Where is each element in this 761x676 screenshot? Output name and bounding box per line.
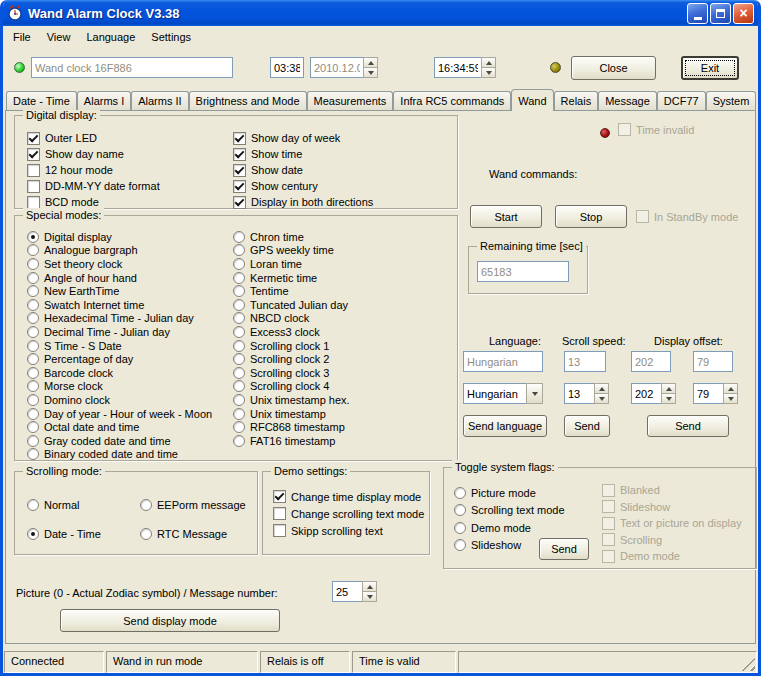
radio-loran-time[interactable]: Loran time [233, 257, 350, 271]
radio-percentage-of-day[interactable]: Percentage of day [27, 352, 212, 366]
tab-alarms-ii[interactable]: Alarms II [131, 91, 188, 110]
radio-unix-timestamp-hex[interactable]: Unix timestamp hex. [233, 393, 350, 407]
radio-glyph[interactable] [27, 435, 39, 447]
send-system-flag-button[interactable]: Send [539, 538, 589, 560]
radio-domino-clock[interactable]: Domino clock [27, 393, 212, 407]
radio-day-of-year-hour-of-week-moon[interactable]: Day of year - Hour of week - Moon [27, 407, 212, 421]
checkbox-glyph[interactable] [233, 180, 246, 193]
radio-gps-weekly-time[interactable]: GPS weekly time [233, 244, 350, 258]
radio-glyph[interactable] [454, 487, 466, 499]
radio-glyph[interactable] [233, 258, 245, 270]
radio-glyph[interactable] [27, 528, 39, 540]
radio-scrolling-clock-1[interactable]: Scrolling clock 1 [233, 339, 350, 353]
tab-alarms-i[interactable]: Alarms I [77, 91, 131, 110]
radio-hexadecimal-time-julian-day[interactable]: Hexadecimal Time - Julian day [27, 312, 212, 326]
radio-tentime[interactable]: Tentime [233, 284, 350, 298]
radio-barcode-clock[interactable]: Barcode clock [27, 366, 212, 380]
tab-system[interactable]: System [706, 91, 757, 110]
exit-button[interactable]: Exit [681, 56, 739, 80]
checkbox-outer-led[interactable]: Outer LED [27, 130, 160, 146]
radio-glyph[interactable] [233, 299, 245, 311]
tab-relais[interactable]: Relais [554, 91, 599, 110]
menu-language[interactable]: Language [78, 28, 143, 46]
tab-dcf77[interactable]: DCF77 [657, 91, 706, 110]
checkbox-glyph[interactable] [27, 164, 40, 177]
checkbox-glyph[interactable] [233, 132, 246, 145]
radio-excess3-clock[interactable]: Excess3 clock [233, 325, 350, 339]
stop-button[interactable]: Stop [555, 205, 627, 228]
maximize-button[interactable] [710, 3, 731, 24]
radio-gray-coded-date-and-time[interactable]: Gray coded date and time [27, 434, 212, 448]
resize-grip[interactable] [741, 657, 755, 671]
radio-nbcd-clock[interactable]: NBCD clock [233, 312, 350, 326]
checkbox-show-century[interactable]: Show century [233, 178, 373, 194]
radio-chron-time[interactable]: Chron time [233, 230, 350, 244]
radio-octal-date-and-time[interactable]: Octal date and time [27, 420, 212, 434]
radio-glyph[interactable] [233, 231, 245, 243]
checkbox-show-date[interactable]: Show date [233, 162, 373, 178]
menu-view[interactable]: View [39, 28, 79, 46]
radio-picture-mode[interactable]: Picture mode [454, 484, 565, 502]
radio-glyph[interactable] [27, 421, 39, 433]
spin-down-button[interactable] [363, 67, 378, 78]
date-field[interactable] [310, 57, 364, 78]
radio-scrolling-clock-4[interactable]: Scrolling clock 4 [233, 380, 350, 394]
offset-y-field[interactable] [693, 383, 724, 404]
radio-glyph[interactable] [233, 394, 245, 406]
checkbox-show-day-name[interactable]: Show day name [27, 146, 160, 162]
time-field[interactable] [434, 57, 482, 78]
checkbox-display-in-both-directions[interactable]: Display in both directions [233, 194, 373, 210]
radio-glyph[interactable] [27, 499, 39, 511]
radio-normal[interactable]: Normal [27, 490, 140, 519]
checkbox-dd-mm-yy-date-format[interactable]: DD-MM-YY date format [27, 178, 160, 194]
offset-x-field[interactable] [631, 383, 662, 404]
checkbox-glyph[interactable] [233, 164, 246, 177]
radio-glyph[interactable] [27, 408, 39, 420]
menu-settings[interactable]: Settings [143, 28, 199, 46]
radio-glyph[interactable] [27, 272, 39, 284]
checkbox-12-hour-mode[interactable]: 12 hour mode [27, 162, 160, 178]
radio-scrolling-clock-2[interactable]: Scrolling clock 2 [233, 352, 350, 366]
radio-glyph[interactable] [233, 421, 245, 433]
language-combobox-value[interactable] [463, 383, 527, 404]
checkbox-show-time[interactable]: Show time [233, 146, 373, 162]
checkbox-change-scrolling-text-mode[interactable]: Change scrolling text mode [273, 505, 424, 522]
spin-down-button[interactable] [723, 393, 738, 404]
radio-glyph[interactable] [27, 231, 39, 243]
radio-rtc-message[interactable]: RTC Message [140, 519, 253, 548]
radio-glyph[interactable] [27, 244, 39, 256]
tab-date-time[interactable]: Date - Time [6, 91, 77, 110]
radio-glyph[interactable] [233, 340, 245, 352]
radio-glyph[interactable] [27, 394, 39, 406]
spin-down-button[interactable] [594, 393, 609, 404]
radio-new-earthtime[interactable]: New EarthTime [27, 284, 212, 298]
checkbox-glyph[interactable] [233, 148, 246, 161]
radio-glyph[interactable] [233, 312, 245, 324]
radio-glyph[interactable] [233, 408, 245, 420]
radio-digital-display[interactable]: Digital display [27, 230, 212, 244]
radio-glyph[interactable] [233, 353, 245, 365]
radio-glyph[interactable] [27, 353, 39, 365]
tab-message[interactable]: Message [598, 91, 657, 110]
radio-glyph[interactable] [140, 528, 152, 540]
radio-glyph[interactable] [27, 258, 39, 270]
checkbox-glyph[interactable] [273, 507, 286, 520]
radio-glyph[interactable] [27, 312, 39, 324]
send-display-mode-button[interactable]: Send display mode [60, 609, 280, 632]
radio-glyph[interactable] [27, 326, 39, 338]
radio-glyph[interactable] [140, 499, 152, 511]
radio-date-time[interactable]: Date - Time [27, 519, 140, 548]
radio-glyph[interactable] [454, 504, 466, 516]
minimize-button[interactable] [687, 3, 708, 24]
radio-set-theory-clock[interactable]: Set theory clock [27, 257, 212, 271]
radio-glyph[interactable] [27, 285, 39, 297]
radio-scrolling-text-mode[interactable]: Scrolling text mode [454, 502, 565, 520]
radio-glyph[interactable] [233, 380, 245, 392]
radio-unix-timestamp[interactable]: Unix timestamp [233, 407, 350, 421]
radio-decimal-time-julian-day[interactable]: Decimal Time - Julian day [27, 325, 212, 339]
radio-rfc868-timestamp[interactable]: RFC868 timestamp [233, 420, 350, 434]
radio-glyph[interactable] [454, 522, 466, 534]
start-button[interactable]: Start [470, 205, 542, 228]
radio-glyph[interactable] [454, 539, 466, 551]
tab-brightness-and-mode[interactable]: Brightness and Mode [189, 91, 307, 110]
